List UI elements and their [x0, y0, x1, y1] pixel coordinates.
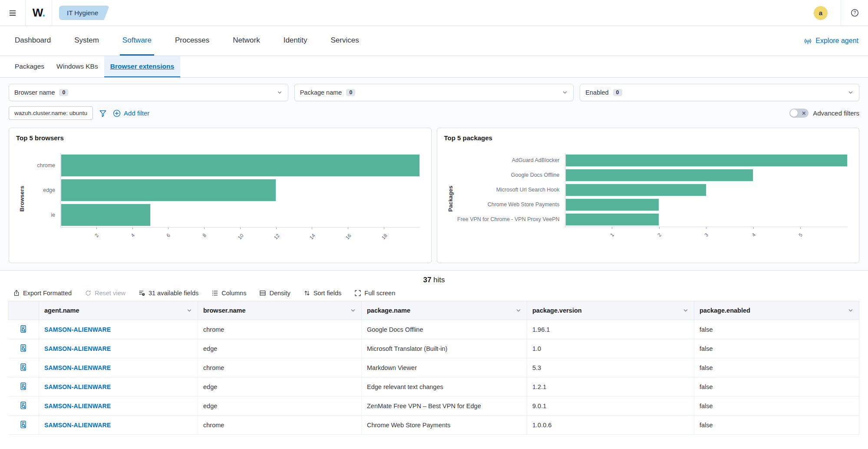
hits-number: 37 [423, 276, 431, 284]
agent-name-link[interactable]: SAMSON-ALIENWARE [44, 364, 111, 371]
menu-icon[interactable] [0, 9, 25, 17]
cell-browser-name: edge [198, 377, 362, 396]
column-label: agent.name [44, 307, 79, 314]
fields-icon [139, 290, 145, 297]
divider [52, 0, 52, 26]
tab-system[interactable]: System [72, 26, 102, 56]
bar-chrome[interactable] [61, 154, 420, 177]
inspect-icon[interactable] [20, 344, 28, 352]
export-icon [13, 290, 20, 297]
cell-package-version: 1.0 [527, 339, 694, 358]
bar-chrome-web-store-payments[interactable] [565, 198, 660, 211]
wazuh-logo[interactable]: W.W. [26, 6, 52, 20]
filter-select-label: Enabled [585, 89, 608, 96]
subtab-browser-extensions[interactable]: Browser extensions [104, 56, 180, 77]
agent-name-link[interactable]: SAMSON-ALIENWARE [44, 383, 111, 390]
category-label: Chrome Web Store Payments [456, 201, 565, 208]
category-label: ie [28, 212, 60, 218]
subtab-windows-kbs[interactable]: Windows KBs [50, 56, 104, 77]
add-filter-label: Add filter [124, 109, 149, 117]
column-header-browser-name[interactable]: browser.name [198, 301, 362, 320]
inspect-icon[interactable] [20, 325, 28, 333]
chevron-down-icon [562, 89, 568, 96]
columns-button[interactable]: Columns [211, 290, 246, 297]
add-icon [113, 109, 121, 117]
column-header-package-enabled[interactable]: package.enabled [694, 301, 859, 320]
tab-processes[interactable]: Processes [172, 26, 212, 56]
help-icon[interactable]: ? [841, 9, 868, 17]
reset-view-button[interactable]: Reset view [85, 290, 125, 297]
column-header-package-version[interactable]: package.version [527, 301, 694, 320]
agent-name-link[interactable]: SAMSON-ALIENWARE [44, 326, 111, 333]
tab-network[interactable]: Network [230, 26, 262, 56]
filter-select-browser-name[interactable]: Browser name0 [9, 84, 288, 101]
breadcrumb[interactable]: IT Hygiene [59, 6, 109, 20]
chevron-down-icon [848, 307, 854, 314]
table-toolbar: Export FormattedReset view31 available f… [0, 286, 868, 301]
density-button[interactable]: Density [259, 290, 290, 297]
filter-select-enabled[interactable]: Enabled0 [580, 84, 859, 101]
export-formatted-button[interactable]: Export Formatted [13, 290, 72, 297]
explore-agent-button[interactable]: Explore agent [799, 26, 864, 56]
tab-dashboard[interactable]: Dashboard [12, 26, 53, 56]
sort-fields-button[interactable]: Sort fields [304, 290, 341, 297]
x-tick-label: 4 [130, 232, 135, 238]
cell-package-name: Edge relevant text changes [362, 377, 527, 396]
avatar[interactable]: a [814, 6, 828, 20]
toolbar-label: Export Formatted [23, 290, 72, 297]
full-screen-button[interactable]: Full screen [354, 290, 395, 297]
cell-package-version: 9.0.1 [527, 396, 694, 416]
filter-select-package-name[interactable]: Package name0 [294, 84, 574, 101]
chevron-down-icon [186, 307, 192, 314]
filter-pill[interactable]: wazuh.cluster.name: ubuntu [9, 106, 93, 120]
cell-package-enabled: false [694, 320, 859, 339]
agent-name-link[interactable]: SAMSON-ALIENWARE [44, 422, 111, 429]
bar-microsoft-url-search-hook[interactable] [565, 184, 706, 196]
bar-google-docs-offline[interactable] [565, 169, 754, 182]
results-panel: 37 hits Export FormattedReset view31 ava… [0, 270, 868, 435]
inspect-icon[interactable] [20, 420, 28, 429]
x-tick-label: 10 [237, 233, 244, 241]
add-filter-button[interactable]: Add filter [113, 109, 149, 117]
bar-free-vpn-for-chrome-vpn-proxy-veepn[interactable] [565, 213, 660, 226]
x-tick-label: 14 [309, 233, 316, 241]
fullscreen-icon [354, 290, 361, 297]
bar-adguard-adblocker[interactable] [565, 154, 848, 167]
svg-text:?: ? [853, 10, 856, 15]
toggle-knob [790, 109, 798, 117]
y-axis-label: Browsers [19, 186, 26, 211]
cell-browser-name: edge [198, 339, 362, 358]
main-tab-bar: DashboardSystemSoftwareProcessesNetworkI… [0, 26, 868, 56]
table-row: SAMSON-ALIENWAREedgeMicrosoft Translator… [9, 339, 859, 358]
cell-browser-name: edge [198, 396, 362, 416]
column-header-package-name[interactable]: package.name [362, 301, 527, 320]
cell-package-name: Microsoft Translator (Built-in) [362, 339, 527, 358]
agent-name-link[interactable]: SAMSON-ALIENWARE [44, 403, 111, 409]
chevron-down-icon [848, 89, 854, 96]
chevron-down-icon [350, 307, 356, 314]
filter-count-badge: 0 [613, 89, 622, 96]
density-icon [259, 290, 266, 297]
inspect-icon[interactable] [20, 363, 28, 371]
advanced-filters-toggle[interactable]: ✕ [789, 109, 809, 118]
explore-agent-label: Explore agent [815, 37, 858, 45]
tab-identity[interactable]: Identity [281, 26, 310, 56]
31-available-fields-button[interactable]: 31 available fields [139, 290, 198, 297]
filter-funnel-icon[interactable] [99, 109, 107, 117]
cell-package-name: ZenMate Free VPN – Best VPN for Edge [362, 396, 527, 416]
inspect-icon[interactable] [20, 382, 28, 390]
bar-ie[interactable] [61, 204, 151, 226]
bar-edge[interactable] [61, 179, 276, 201]
cell-package-version: 1.2.1 [527, 377, 694, 396]
inspect-icon[interactable] [20, 401, 28, 409]
category-label: AdGuard AdBlocker [456, 157, 565, 163]
tab-services[interactable]: Services [328, 26, 362, 56]
toolbar-label: 31 available fields [149, 290, 198, 297]
cell-browser-name: chrome [198, 358, 362, 377]
tab-software[interactable]: Software [120, 26, 154, 56]
column-label: browser.name [203, 307, 246, 314]
subtab-packages[interactable]: Packages [9, 56, 50, 77]
cell-package-enabled: false [694, 377, 859, 396]
column-header-agent-name[interactable]: agent.name [39, 301, 198, 320]
agent-name-link[interactable]: SAMSON-ALIENWARE [44, 345, 111, 352]
